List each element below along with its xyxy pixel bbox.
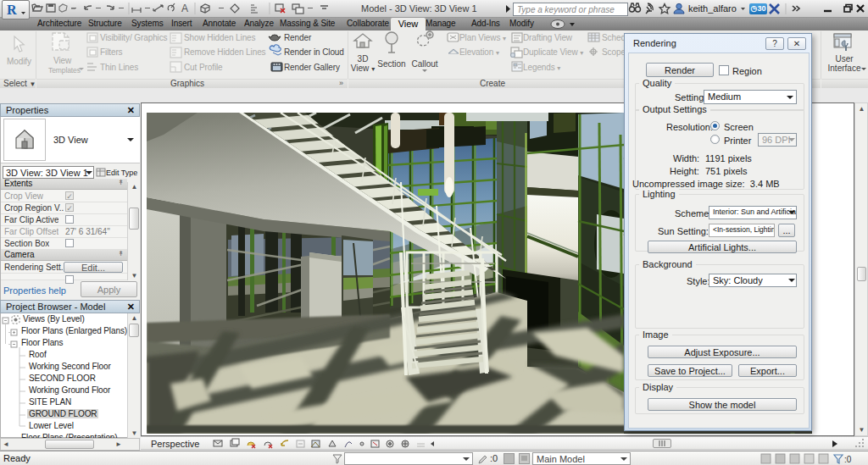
svg-text:A: A: [181, 3, 188, 14]
svg-text::0: :0: [844, 455, 852, 464]
svg-text:R: R: [7, 3, 17, 17]
